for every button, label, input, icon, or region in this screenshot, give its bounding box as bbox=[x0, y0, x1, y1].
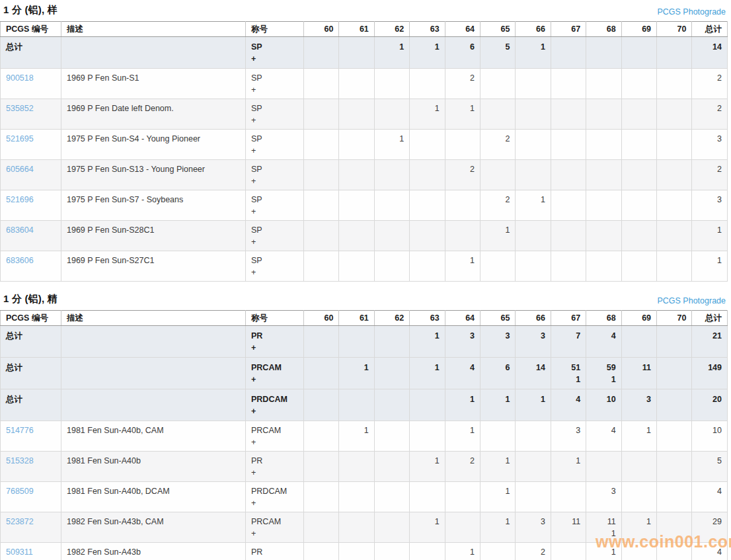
designation-plus-label: + bbox=[251, 145, 298, 157]
grade-count: 1 bbox=[451, 393, 475, 405]
pcgs-number-link[interactable]: 535852 bbox=[6, 104, 34, 113]
grade-60-cell bbox=[304, 326, 339, 358]
pcgs-number-link[interactable]: 605664 bbox=[6, 165, 34, 174]
column-header-67: 67 bbox=[551, 22, 586, 37]
designation-cell: SP+ bbox=[246, 37, 304, 69]
grade-65-cell bbox=[481, 251, 516, 282]
pcgs-number-link[interactable]: 768509 bbox=[6, 487, 34, 496]
designation-plus-label: + bbox=[251, 405, 298, 417]
designation-cell: SP+ bbox=[246, 190, 304, 221]
description-cell bbox=[61, 358, 246, 389]
grade-70-cell bbox=[657, 37, 692, 69]
column-header-69: 69 bbox=[621, 22, 656, 37]
pcgs-number-link[interactable]: 514776 bbox=[6, 426, 34, 435]
grade-62-cell: 1 bbox=[374, 130, 409, 160]
grade-67-cell bbox=[551, 221, 586, 251]
pcgs-number-link[interactable]: 900518 bbox=[6, 73, 34, 83]
total-row: 总计PR+13337421 bbox=[1, 326, 728, 358]
grade-count: 3 bbox=[521, 516, 545, 528]
total-label: 总计 bbox=[6, 42, 22, 52]
grade-69-cell: 1 bbox=[621, 421, 656, 452]
pcgs-number-link[interactable]: 521695 bbox=[6, 134, 34, 143]
grade-count: 2 bbox=[451, 455, 475, 467]
grade-61-cell bbox=[339, 543, 374, 560]
grade-68-cell bbox=[586, 130, 621, 160]
grade-count: 6 bbox=[451, 41, 475, 53]
grade-66-cell: 14 bbox=[516, 358, 551, 389]
pcgs-number-link[interactable]: 683604 bbox=[6, 225, 34, 235]
pcgs-number-link[interactable]: 509311 bbox=[6, 547, 33, 557]
grade-69-cell bbox=[621, 482, 656, 512]
grade-68-cell bbox=[586, 190, 621, 221]
grade-count: 11 bbox=[592, 516, 615, 528]
grade-66-cell bbox=[516, 160, 551, 190]
grade-61-cell bbox=[339, 512, 374, 543]
grade-60-cell bbox=[304, 69, 339, 99]
table-row: 5093111982 Fen Sun-A43bPR+1214 bbox=[1, 543, 728, 560]
grade-count: 4 bbox=[592, 424, 615, 436]
pcgs-number-cell: 总计 bbox=[1, 37, 61, 69]
grade-count: 14 bbox=[521, 362, 545, 374]
population-table-proof: PCGS 编号描述称号6061626364656667686970总计总计PR+… bbox=[0, 310, 728, 560]
grade-62-cell bbox=[374, 221, 409, 251]
grade-64-cell: 2 bbox=[445, 160, 480, 190]
grade-60-cell bbox=[304, 251, 339, 282]
description-cell: 1969 P Fen Sun-S1 bbox=[61, 69, 246, 99]
total-count: 3 bbox=[697, 133, 722, 145]
grade-68-cell bbox=[586, 99, 621, 130]
total-cell: 4 bbox=[692, 543, 728, 560]
photograde-link[interactable]: PCGS Photograde bbox=[657, 296, 726, 305]
pcgs-number-cell: 521696 bbox=[1, 190, 61, 221]
grade-count: 1 bbox=[415, 41, 439, 53]
grade-61-cell bbox=[339, 130, 374, 160]
grade-69-cell bbox=[621, 251, 656, 282]
grade-67-cell: 511 bbox=[551, 358, 586, 389]
grade-65-cell: 1 bbox=[481, 389, 516, 421]
description-cell: 1975 P Fen Sun-S13 - Young Pioneer bbox=[61, 160, 246, 190]
grade-69-cell bbox=[621, 326, 656, 358]
pcgs-number-link[interactable]: 683606 bbox=[6, 256, 34, 265]
designation-cell: PRCAM+ bbox=[246, 358, 304, 389]
grade-62-cell bbox=[374, 69, 409, 99]
grade-70-cell bbox=[657, 130, 692, 160]
grade-65-cell bbox=[481, 543, 516, 560]
grade-66-cell bbox=[516, 130, 551, 160]
grade-60-cell bbox=[304, 389, 339, 421]
grade-65-cell: 2 bbox=[481, 130, 516, 160]
grade-64-cell: 3 bbox=[445, 326, 480, 358]
column-header-65: 65 bbox=[481, 311, 516, 326]
designation-plus-label: + bbox=[251, 206, 298, 218]
grade-plus-count: 1 bbox=[557, 374, 580, 385]
grade-64-cell: 1 bbox=[445, 251, 480, 282]
grade-count: 1 bbox=[486, 485, 510, 497]
description-cell: 1981 Fen Sun-A40b bbox=[61, 452, 246, 482]
grade-62-cell bbox=[374, 389, 409, 421]
designation-cell: SP+ bbox=[246, 99, 304, 130]
pcgs-number-link[interactable]: 523872 bbox=[6, 517, 34, 526]
pcgs-number-link[interactable]: 515328 bbox=[6, 456, 34, 465]
designation-label: PR bbox=[251, 330, 298, 342]
grade-68-cell: 1 bbox=[586, 543, 621, 560]
header-row: PCGS 编号描述称号6061626364656667686970总计 bbox=[1, 311, 728, 326]
grade-count: 10 bbox=[592, 393, 615, 405]
photograde-link[interactable]: PCGS Photograde bbox=[657, 7, 726, 17]
pcgs-number-link[interactable]: 521696 bbox=[6, 195, 34, 204]
grade-63-cell: 1 bbox=[410, 326, 445, 358]
total-cell: 2 bbox=[692, 160, 728, 190]
grade-67-cell: 1 bbox=[551, 452, 586, 482]
grade-67-cell: 3 bbox=[551, 421, 586, 452]
designation-plus-label: + bbox=[251, 497, 298, 509]
grade-count: 59 bbox=[592, 362, 615, 374]
grade-68-cell: 4 bbox=[586, 326, 621, 358]
grade-69-cell bbox=[621, 69, 656, 99]
grade-65-cell: 6 bbox=[481, 358, 516, 389]
grade-62-cell bbox=[374, 358, 409, 389]
designation-cell: PR+ bbox=[246, 452, 304, 482]
section-specimen: 1 分 (铝), 样 PCGS Photograde PCGS 编号描述称号60… bbox=[0, 0, 731, 282]
designation-plus-label: + bbox=[251, 84, 298, 96]
population-table-specimen: PCGS 编号描述称号6061626364656667686970总计总计SP+… bbox=[0, 21, 728, 282]
designation-label: SP bbox=[251, 255, 298, 266]
grade-plus-count: 1 bbox=[592, 374, 615, 385]
column-header-65: 65 bbox=[481, 22, 516, 37]
grade-count: 3 bbox=[557, 424, 580, 436]
